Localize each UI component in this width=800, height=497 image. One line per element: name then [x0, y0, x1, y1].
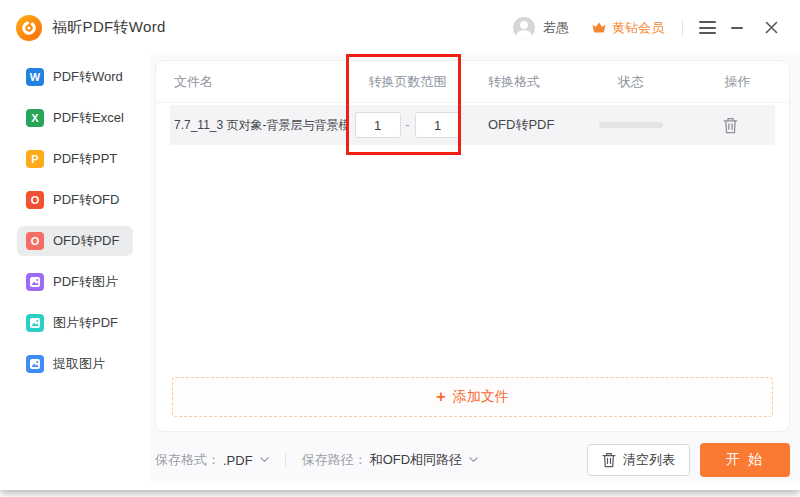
header-status: 状态	[576, 73, 686, 91]
sidebar-item-extract-images[interactable]: 提取图片	[17, 349, 133, 379]
sidebar-item-label: PDF转PPT	[53, 150, 117, 168]
sidebar-item-label: 提取图片	[53, 355, 105, 373]
image-icon	[26, 314, 44, 332]
footer-bar: 保存格式： .PDF 保存路径： 和OFD相同路径 清空列表 开 始	[155, 437, 790, 483]
save-path-label: 保存路径：	[302, 451, 367, 469]
file-list-panel: 文件名 转换页数范围 转换格式 状态 操作 7.7_11_3 页对象-背景层与背…	[155, 60, 790, 432]
ofd-icon: O	[26, 191, 44, 209]
sidebar-item-label: PDF转图片	[53, 273, 118, 291]
header-filename: 文件名	[156, 73, 349, 91]
page-range-cell: -	[349, 112, 466, 138]
image-icon	[26, 355, 44, 373]
sidebar-item-label: PDF转Word	[53, 68, 123, 86]
ofd-to-pdf-icon: O	[26, 232, 44, 250]
titlebar: 福昕PDF转Word 若愚 黄钻会员	[0, 0, 800, 55]
save-path-dropdown[interactable]: 保存路径： 和OFD相同路径	[302, 451, 478, 469]
progress-bar	[599, 122, 663, 128]
titlebar-divider	[682, 20, 683, 36]
sidebar-item-pdf-to-ofd[interactable]: O PDF转OFD	[17, 185, 133, 215]
status-cell	[576, 122, 686, 128]
range-separator: -	[406, 118, 410, 132]
header-format: 转换格式	[466, 73, 576, 91]
header-page-range: 转换页数范围	[349, 73, 466, 91]
page-to-input[interactable]	[415, 112, 461, 138]
sidebar-item-pdf-to-excel[interactable]: X PDF转Excel	[17, 103, 133, 133]
foxit-logo-icon	[16, 15, 42, 41]
footer-divider	[285, 453, 286, 467]
conversion-format: OFD转PDF	[466, 116, 576, 134]
sidebar-item-image-to-pdf[interactable]: 图片转PDF	[17, 308, 133, 338]
save-format-label: 保存格式：	[155, 451, 220, 469]
header-operation: 操作	[686, 73, 789, 91]
save-path-value: 和OFD相同路径	[370, 451, 462, 469]
save-format-dropdown[interactable]: 保存格式： .PDF	[155, 451, 269, 469]
sidebar-item-pdf-to-image[interactable]: PDF转图片	[17, 267, 133, 297]
close-icon	[765, 21, 778, 34]
chevron-down-icon	[469, 457, 478, 463]
sidebar-item-label: OFD转PDF	[53, 232, 119, 250]
ppt-icon: P	[26, 150, 44, 168]
clear-list-button[interactable]: 清空列表	[587, 444, 690, 476]
sidebar-item-pdf-to-ppt[interactable]: P PDF转PPT	[17, 144, 133, 174]
table-row: 7.7_11_3 页对象-背景层与背景模板... - OFD转PDF	[170, 105, 775, 145]
trash-icon	[723, 117, 738, 134]
excel-icon: X	[26, 109, 44, 127]
sidebar-item-ofd-to-pdf[interactable]: O OFD转PDF	[17, 226, 133, 256]
sidebar-item-label: 图片转PDF	[53, 314, 118, 332]
close-button[interactable]	[758, 15, 784, 41]
vip-membership[interactable]: 黄钻会员	[591, 19, 664, 37]
table-header: 文件名 转换页数范围 转换格式 状态 操作	[156, 61, 789, 103]
app-window: 福昕PDF转Word 若愚 黄钻会员	[0, 0, 800, 490]
delete-row-button[interactable]	[723, 117, 738, 134]
file-name: 7.7_11_3 页对象-背景层与背景模板...	[170, 117, 349, 134]
avatar[interactable]	[513, 17, 535, 39]
save-format-value: .PDF	[223, 453, 253, 468]
image-icon	[26, 273, 44, 291]
titlebar-right: 若愚 黄钻会员	[513, 15, 784, 41]
sidebar-item-pdf-to-word[interactable]: W PDF转Word	[17, 62, 133, 92]
add-files-label: 添加文件	[453, 388, 509, 406]
chevron-down-icon	[260, 457, 269, 463]
menu-icon[interactable]	[699, 19, 716, 36]
sidebar-item-label: PDF转OFD	[53, 191, 119, 209]
plus-icon: +	[436, 389, 445, 405]
crown-icon	[591, 21, 607, 34]
word-icon: W	[26, 68, 44, 86]
page-from-input[interactable]	[355, 112, 401, 138]
clear-list-label: 清空列表	[623, 451, 675, 469]
app-title: 福昕PDF转Word	[52, 18, 166, 37]
username: 若愚	[543, 19, 569, 37]
sidebar: W PDF转Word X PDF转Excel P PDF转PPT O PDF转O…	[0, 55, 150, 483]
minimize-button[interactable]	[724, 15, 750, 41]
start-button[interactable]: 开 始	[700, 443, 790, 477]
add-files-button[interactable]: + 添加文件	[172, 377, 773, 417]
trash-icon	[602, 452, 616, 468]
sidebar-item-label: PDF转Excel	[53, 109, 124, 127]
vip-label: 黄钻会员	[612, 19, 664, 37]
